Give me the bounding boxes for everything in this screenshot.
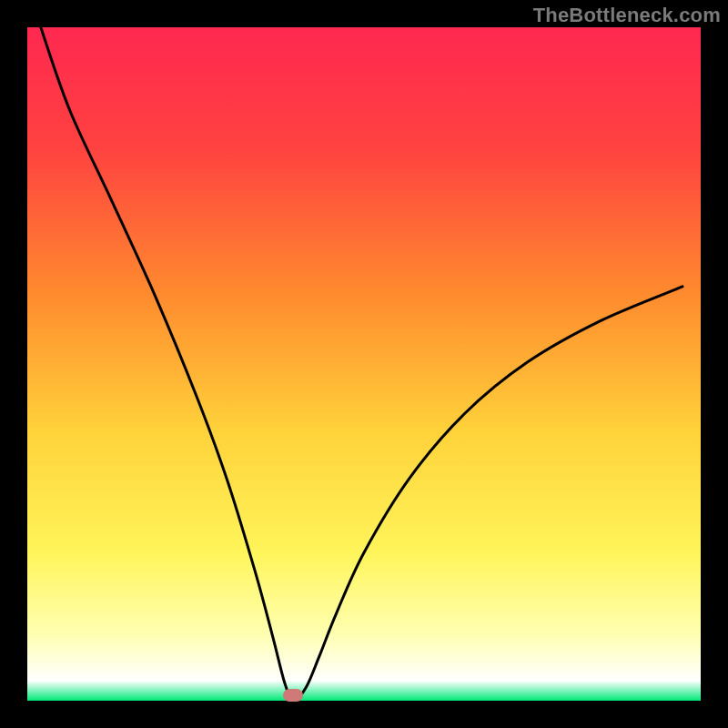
watermark-text: TheBottleneck.com (533, 4, 721, 27)
optimum-marker (283, 689, 303, 702)
chart-frame: TheBottleneck.com (0, 0, 728, 728)
plot-area (27, 27, 701, 701)
bottleneck-curve (27, 27, 701, 701)
